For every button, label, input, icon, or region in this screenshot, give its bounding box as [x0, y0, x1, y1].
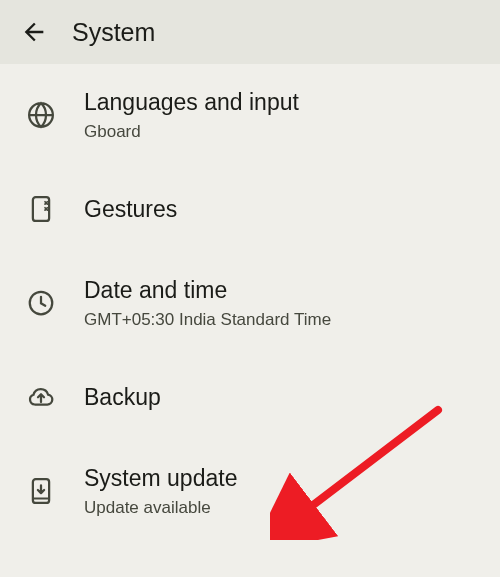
list-item-title: Backup: [84, 383, 161, 412]
gestures-icon: [22, 190, 60, 228]
app-bar: System: [0, 0, 500, 64]
settings-list: Languages and input Gboard Gestures Date…: [0, 64, 500, 542]
list-item-backup[interactable]: Backup: [0, 354, 500, 440]
list-item-system-update[interactable]: System update Update available: [0, 440, 500, 542]
list-item-title: System update: [84, 464, 237, 493]
list-item-languages-and-input[interactable]: Languages and input Gboard: [0, 64, 500, 166]
list-item-date-and-time[interactable]: Date and time GMT+05:30 India Standard T…: [0, 252, 500, 354]
back-button[interactable]: [14, 12, 54, 52]
page-title: System: [72, 18, 155, 47]
globe-icon: [22, 96, 60, 134]
arrow-back-icon: [20, 18, 48, 46]
list-item-title: Languages and input: [84, 88, 299, 117]
list-item-gestures[interactable]: Gestures: [0, 166, 500, 252]
list-item-title: Date and time: [84, 276, 331, 305]
system-update-icon: [22, 472, 60, 510]
cloud-upload-icon: [22, 378, 60, 416]
list-item-subtitle: Gboard: [84, 121, 299, 142]
list-item-title: Gestures: [84, 195, 177, 224]
list-item-subtitle: GMT+05:30 India Standard Time: [84, 309, 331, 330]
clock-icon: [22, 284, 60, 322]
list-item-subtitle: Update available: [84, 497, 237, 518]
